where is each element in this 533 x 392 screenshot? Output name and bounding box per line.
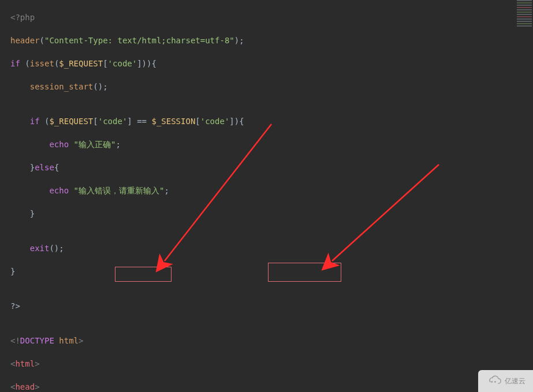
code-editor[interactable]: <?php header("Content-Type: text/html;ch… xyxy=(0,0,533,392)
cloud-icon xyxy=(486,375,502,387)
svg-point-0 xyxy=(491,381,493,383)
code-text: <?php xyxy=(10,13,35,22)
watermark: 亿速云 xyxy=(478,370,533,392)
minimap[interactable] xyxy=(517,0,532,29)
svg-point-1 xyxy=(494,381,496,383)
watermark-text: 亿速云 xyxy=(505,375,525,387)
